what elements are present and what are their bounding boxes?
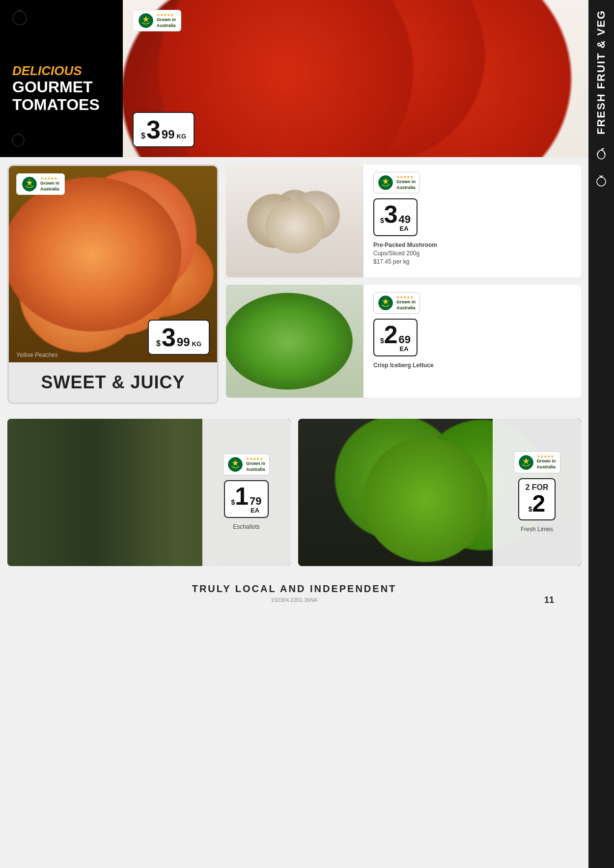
mushroom-grown-badge: ★★★★★ Grown in Australia <box>373 172 420 193</box>
gia-text-lettuce: ★★★★★ Grown in Australia <box>396 295 416 311</box>
peach-label: Yellow Peaches <box>16 352 58 358</box>
gia-logo-mushroom <box>378 175 393 190</box>
peach-panel: ★★★★★ Grown in Australia $ 3 99 KG Yello… <box>7 164 219 404</box>
lime-dollar: $ <box>529 505 532 513</box>
svg-point-0 <box>13 11 27 25</box>
lime-grown-badge: ★★★★★ Grown in Australia <box>514 451 560 473</box>
tomato-left-panel: DELICIOUS GOURMET TOMATOES <box>0 0 123 157</box>
sweet-juicy-label: SWEET & JUICY <box>19 372 207 393</box>
lettuce-image <box>226 285 363 398</box>
onion-icon <box>593 144 610 162</box>
gia-text-mushroom: ★★★★★ Grown in Australia <box>396 175 416 190</box>
eschallot-desc: Eschallots <box>233 523 260 531</box>
lime-desc: Fresh Limes <box>521 525 553 534</box>
lime-price-badge: 2 FOR $ 2 <box>518 478 555 520</box>
lettuce-card: ★★★★★ Grown in Australia $ 2 69 EA <box>226 285 581 398</box>
lime-price-number: 2 <box>532 492 546 515</box>
gia-text: ★★★★★ Grown in Australia <box>157 13 176 28</box>
gia-logo-peach <box>22 176 37 192</box>
gia-logo-lime <box>518 455 534 470</box>
gia-logo-icon <box>138 13 154 28</box>
tomato-right-panel: ★★★★★ Grown in Australia $ 3 99 KG <box>123 0 588 157</box>
lime-info: ★★★★★ Grown in Australia 2 FOR $ 2 Fresh… <box>493 419 581 566</box>
lettuce-desc: Crisp Iceberg Lettuce <box>373 361 434 370</box>
tomato-price-badge: $ 3 99 KG <box>133 112 195 147</box>
gia-text-peach: ★★★★★ Grown in Australia <box>40 176 59 192</box>
mushroom-card: ★★★★★ Grown in Australia $ 3 49 EA <box>226 164 581 277</box>
mushroom-image <box>226 164 363 277</box>
tomato-section: DELICIOUS GOURMET TOMATOES <box>0 0 588 157</box>
gia-logo-eschallot <box>227 457 243 472</box>
footer-page: 11 <box>544 595 554 605</box>
tomato-sidebar-icon <box>593 171 610 189</box>
sidebar-title: FRESH FRUIT & VEG <box>596 10 607 135</box>
gia-logo-lettuce <box>378 295 393 311</box>
eschallot-card: ★★★★★ Grown in Australia $ 1 79 EA Escha… <box>7 419 291 566</box>
gia-text-lime: ★★★★★ Grown in Australia <box>537 454 556 470</box>
eschallot-price-badge: $ 1 79 EA <box>224 480 268 518</box>
right-panel: ★★★★★ Grown in Australia $ 3 49 EA <box>226 164 581 404</box>
peach-image: ★★★★★ Grown in Australia $ 3 99 KG Yello… <box>9 166 217 362</box>
mushroom-info: ★★★★★ Grown in Australia $ 3 49 EA <box>363 164 581 277</box>
eschallot-grown-badge: ★★★★★ Grown in Australia <box>223 454 270 475</box>
footer-code: 150304.2201.36NA <box>10 597 579 603</box>
lime-card: ★★★★★ Grown in Australia 2 FOR $ 2 Fresh… <box>298 419 582 566</box>
svg-point-9 <box>597 177 606 186</box>
tomato-icon-bottom <box>10 131 27 150</box>
peach-price-badge: $ 3 99 KG <box>148 320 210 355</box>
lettuce-grown-badge: ★★★★★ Grown in Australia <box>373 292 420 314</box>
tomato-icon-top <box>10 7 29 29</box>
svg-point-1 <box>12 135 24 146</box>
lettuce-info: ★★★★★ Grown in Australia $ 2 69 EA <box>363 285 581 398</box>
peach-grown-badge: ★★★★★ Grown in Australia <box>16 173 65 195</box>
mushroom-visual <box>226 164 363 277</box>
delicious-label: DELICIOUS <box>12 63 111 79</box>
eschallot-info: ★★★★★ Grown in Australia $ 1 79 EA Escha… <box>202 419 291 566</box>
footer-tagline: TRULY LOCAL AND INDEPENDENT <box>10 583 579 595</box>
gia-text-eschallot: ★★★★★ Grown in Australia <box>246 457 265 472</box>
sidebar-icons <box>593 144 610 189</box>
peach-caption: SWEET & JUICY <box>9 362 217 403</box>
mushroom-desc: Pre-Packed Mushroom Cups/Sliced 200g $17… <box>373 241 437 266</box>
mushroom-price-badge: $ 3 49 EA <box>373 198 418 236</box>
bottom-section: ★★★★★ Grown in Australia $ 1 79 EA Escha… <box>0 411 588 573</box>
lettuce-price-badge: $ 2 69 EA <box>373 319 418 356</box>
middle-section: ★★★★★ Grown in Australia $ 3 99 KG Yello… <box>0 157 588 411</box>
main-content: DELICIOUS GOURMET TOMATOES <box>0 0 588 613</box>
lettuce-visual <box>226 285 363 398</box>
tomato-grown-badge: ★★★★★ Grown in Australia <box>133 10 181 31</box>
sidebar: FRESH FRUIT & VEG <box>588 0 614 868</box>
footer: TRULY LOCAL AND INDEPENDENT 150304.2201.… <box>0 573 588 613</box>
gourmet-label: GOURMET TOMATOES <box>12 79 111 113</box>
